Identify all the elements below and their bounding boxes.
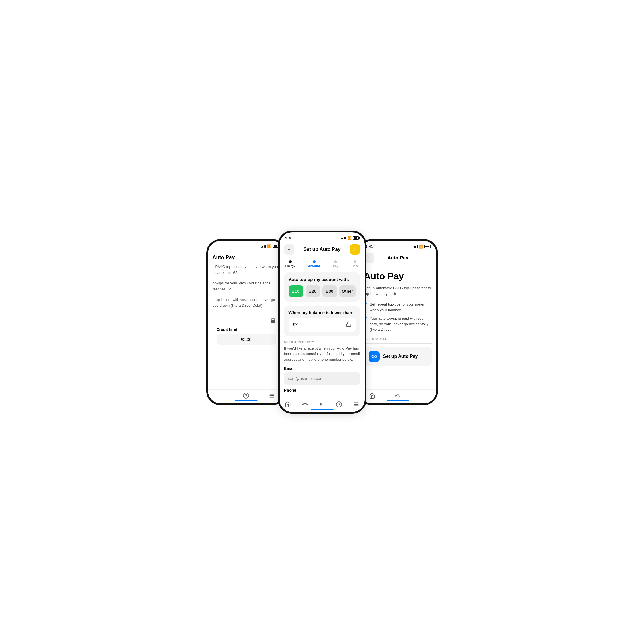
nav-menu-icon-center[interactable] [353,401,359,407]
trash-icon[interactable] [270,317,276,325]
left-page-title: Auto Pay [213,255,280,261]
svg-text:£: £ [421,393,423,398]
receipt-label: NEED A RECEIPT? [284,340,360,344]
svg-point-9 [306,404,307,405]
step-dot-done [354,260,356,263]
balance-title: When my balance is lower than: [289,310,356,315]
nav-header-right: ← Auto Pay [360,251,436,267]
nav-graph-icon-center[interactable] [302,401,308,407]
nav-title-right: Auto Pay [387,255,409,261]
status-bar-left: 📶 [208,241,285,250]
nav-header-center: ← Set up Auto Pay ⚡ [280,242,365,258]
wifi-icon-center: 📶 [347,236,352,240]
topup-card-title: Auto top-up my account with: [289,277,356,282]
wifi-icon-right: 📶 [419,245,423,249]
step-line-1 [295,262,308,262]
status-icons-left: 📶 [261,244,279,248]
center-content: Auto top-up my account with: £10 £20 £30… [280,272,365,398]
svg-point-13 [336,401,342,407]
setup-btn-label: Set up Auto Pay [383,354,418,359]
signal-bars-left [261,245,266,248]
right-phone-content: Auto Pay Set up automatic PAYG top-ups f… [360,267,436,389]
left-desc3: o-up is paid with your bank ll never go … [213,297,280,309]
svg-point-7 [303,404,304,405]
step-dot-amount [313,260,316,263]
wifi-icon-left: 📶 [267,244,272,248]
lock-icon [346,321,352,328]
balance-value: £2 [293,322,298,327]
status-icons-right: 📶 [413,245,431,249]
nav-graph-icon-right[interactable] [395,393,401,399]
nav-home-icon-center[interactable] [285,401,291,407]
credit-card-section: Credit limit £2.00 [213,313,280,349]
email-input[interactable] [284,372,360,385]
setup-auto-pay-button[interactable]: Set up Auto Pay [364,347,432,366]
balance-section: When my balance is lower than: £2 [284,306,360,336]
phone-field-label: Phone [284,388,360,393]
phone-right: 9:41 📶 ← [358,239,438,405]
check-text-2: Your auto top-up is paid with your card,… [370,316,432,332]
left-desc1: c PAYG top-ups so you never when your ba… [213,264,280,276]
nav-menu-icon-left[interactable] [269,393,275,399]
svg-text:£: £ [320,402,322,407]
receipt-section: NEED A RECEIPT? If you'd like a receipt … [284,340,360,397]
receipt-desc: If you'd like a receipt when your Auto P… [284,346,360,362]
step-done: Done [351,260,359,268]
bottom-nav-center: £ [280,398,365,412]
check-item-1: ✓ Set repeat top-ups for your meter when… [364,302,432,313]
svg-text:£: £ [219,393,221,398]
check-text-1: Set repeat top-ups for your meter when y… [370,302,432,313]
back-button-center[interactable]: ← [284,244,294,255]
phone-left: 📶 Auto Pay c PAYG top-ups so you never w… [206,239,286,405]
bottom-nav-left: £ [208,389,285,403]
amount-20-button[interactable]: £20 [306,285,320,297]
nav-title-center: Set up Auto Pay [304,247,341,252]
nav-pound-icon-left[interactable]: £ [217,393,224,399]
svg-point-1 [243,393,249,398]
step-pay: Pay [333,260,338,268]
time-center: 9:41 [285,236,293,240]
bottom-nav-right: £ [360,389,436,403]
amount-options: £10 £20 £30 Other [289,285,356,297]
battery-icon-center [353,236,359,240]
setup-btn-infinity-icon [369,351,380,362]
amount-10-button[interactable]: £10 [289,285,303,297]
svg-point-20 [399,395,400,396]
phone-center: 9:41 📶 ← [278,231,366,414]
nav-question-icon-left[interactable] [243,393,249,399]
svg-point-19 [397,394,399,395]
nav-action-center[interactable]: ⚡ [350,244,360,255]
amount-30-button[interactable]: £30 [322,285,337,297]
svg-point-8 [304,403,306,404]
nav-pound-icon-right[interactable]: £ [420,393,427,399]
nav-pound-icon-center[interactable]: £ [319,401,325,407]
step-energy: Energy [285,260,295,268]
step-amount: Amount [308,260,320,268]
status-bar-right: 9:41 📶 [360,241,436,251]
time-right: 9:41 [365,244,373,249]
signal-bars-center [341,237,346,239]
email-field-label: Email [284,366,360,371]
get-started-label: GET STARTED [364,337,432,340]
svg-line-11 [306,403,306,404]
left-desc2: op-ups for your PAYG your balance reache… [213,280,280,292]
step-line-3 [338,262,351,262]
auto-pay-desc: Set up automatic PAYG top-ups forget to … [364,285,432,297]
step-label-pay: Pay [333,264,338,268]
step-dot-energy [289,260,292,263]
nav-question-icon-center[interactable] [336,401,342,407]
step-dot-pay [334,260,337,263]
svg-line-22 [398,395,399,396]
status-bar-center: 9:41 📶 [280,232,365,242]
svg-line-21 [397,395,397,396]
left-phone-content: Auto Pay c PAYG top-ups so you never whe… [208,250,285,389]
svg-line-10 [304,403,304,404]
progress-stepper: Energy Amount Pay Done [280,258,365,272]
step-label-amount: Amount [308,264,320,268]
balance-input-row: £2 [289,318,356,332]
amount-other-button[interactable]: Other [339,285,355,297]
nav-home-icon-right[interactable] [369,393,375,399]
svg-rect-6 [346,324,351,326]
credit-limit-value: £2.00 [217,334,276,345]
topup-card: Auto top-up my account with: £10 £20 £30… [284,272,360,302]
